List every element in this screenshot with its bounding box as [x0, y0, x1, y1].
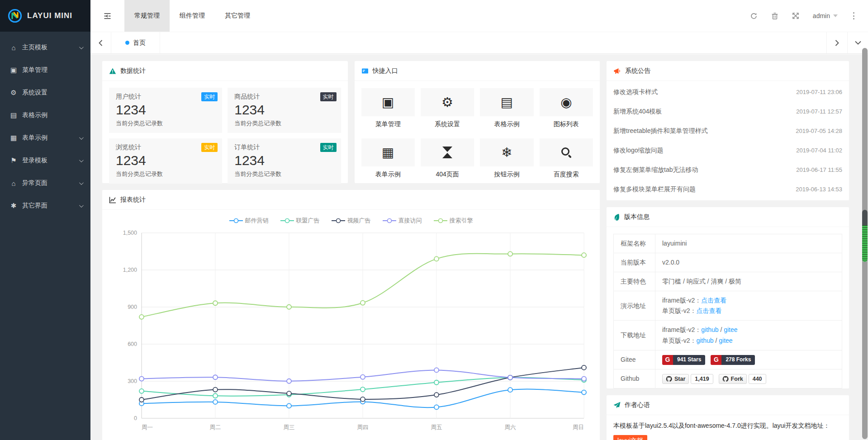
sidebar-item-login-template[interactable]: ⚑登录模板: [0, 149, 90, 172]
stat-box: 订单统计1234当前分类总记录数实时: [228, 138, 341, 184]
window-icon: [361, 67, 369, 75]
collapse-sidebar-button[interactable]: [90, 0, 124, 32]
tab-home[interactable]: 首页: [111, 32, 160, 53]
announcements-title: 系统公告: [625, 67, 650, 75]
chevron-right-icon: [835, 39, 840, 47]
calendar-icon: ▦: [9, 134, 18, 142]
link-github[interactable]: github: [696, 337, 713, 344]
quick-entry-菜单管理[interactable]: ▣菜单管理: [361, 88, 415, 128]
gitee-badge[interactable]: G278 Forks: [711, 355, 755, 365]
sidebar-item-form-demo[interactable]: ▦表单示例: [0, 127, 90, 149]
link-github[interactable]: github: [701, 326, 718, 333]
github-count[interactable]: 440: [749, 374, 766, 384]
quick-entry-表格示例[interactable]: ▤表格示例: [480, 88, 533, 128]
logo[interactable]: LAYUI MINI: [0, 0, 90, 32]
quick-entry-label: 表格示例: [480, 120, 533, 128]
sidebar-item-label: 异常页面: [22, 179, 79, 187]
legend-item-视频广告[interactable]: 视频广告: [332, 217, 371, 225]
announcement-item: 新增系统404模板2019-07-11 12:57: [607, 102, 849, 121]
warning-triangle-icon: [109, 67, 116, 75]
sidebar-item-other-page[interactable]: ✱其它界面: [0, 194, 90, 217]
fullscreen-icon[interactable]: [792, 12, 799, 19]
github-star-button[interactable]: Star: [662, 374, 689, 384]
svg-text:600: 600: [128, 341, 137, 347]
quick-entry-icon-box: ▦: [361, 138, 415, 166]
stat-desc: 当前分类总记录数: [234, 119, 334, 128]
svg-text:周五: 周五: [431, 424, 442, 431]
quick-entry-404页面[interactable]: 404页面: [421, 138, 474, 179]
leaf-icon: [613, 213, 620, 221]
sidebar-item-home-template[interactable]: ⌂主页模板: [0, 36, 90, 59]
more-menu-icon[interactable]: [851, 10, 856, 22]
github-count[interactable]: 1,419: [691, 374, 713, 384]
github-button-label: Fork: [731, 374, 743, 384]
legend-item-邮件营销[interactable]: 邮件营销: [229, 217, 269, 225]
quick-entry-按钮示例[interactable]: ❄按钮示例: [480, 138, 533, 179]
chevron-down-icon: [79, 180, 84, 185]
sidebar-item-menu-manage[interactable]: ▣菜单管理: [0, 59, 90, 81]
version-row: 下载地址iframe版-v2：github / gitee单页版-v2：gith…: [614, 321, 842, 350]
sidebar-item-label: 其它界面: [22, 202, 79, 210]
version-row-value: 零门槛 / 响应式 / 清爽 / 极简: [655, 272, 842, 291]
author-body: 本模板基于layui2.5.4以及font-awesome-4.7.0进行实现。…: [607, 415, 849, 440]
link-点击查看[interactable]: 点击查看: [696, 307, 721, 314]
quick-entry-表单示例[interactable]: ▦表单示例: [361, 138, 415, 179]
announcement-item: 修复左侧菜单缩放tab无法移动2019-06-17 11:55: [607, 160, 849, 180]
legend-item-直接访问[interactable]: 直接访问: [383, 217, 422, 225]
legend-marker-icon: [280, 218, 294, 223]
quick-entry-icon-box: ◉: [540, 88, 593, 116]
version-row: 框架名称layuimini: [614, 234, 842, 253]
sidebar-item-table-demo[interactable]: ▤表格示例: [0, 104, 90, 127]
quick-entry-百度搜索[interactable]: 百度搜索: [540, 138, 593, 179]
version-link-line: iframe版-v2：github / gitee: [662, 325, 835, 335]
layui-doc-badge[interactable]: layui文档: [613, 435, 647, 440]
svg-text:300: 300: [128, 378, 137, 384]
link-gitee[interactable]: gitee: [724, 326, 737, 333]
quick-grid: ▣菜单管理⚙系统设置▤表格示例◉图标列表▦表单示例404页面❄按钮示例百度搜索: [355, 81, 600, 186]
quick-entry-icon-box: ⚙: [421, 88, 474, 116]
user-menu[interactable]: admin: [813, 12, 838, 19]
top-tab-常规管理[interactable]: 常规管理: [124, 0, 170, 32]
bullhorn-icon: [613, 67, 621, 75]
realtime-badge: 实时: [320, 143, 337, 152]
scrollbar-track[interactable]: [862, 48, 868, 439]
trash-icon[interactable]: [771, 12, 778, 20]
quick-entry-icon-box: ▤: [480, 88, 533, 116]
github-cat-icon: [722, 376, 729, 382]
sidebar-item-system-setting[interactable]: ⚙系统设置: [0, 81, 90, 104]
stat-value: 1234: [116, 102, 215, 118]
link-点击查看[interactable]: 点击查看: [701, 297, 726, 304]
version-row-value: iframe版-v2：github / gitee单页版-v2：github /…: [655, 321, 842, 350]
gitee-badge[interactable]: G941 Stars: [662, 355, 705, 365]
link-line-prefix: 单页版-v2：: [662, 307, 696, 314]
legend-item-搜索引擎[interactable]: 搜索引擎: [434, 217, 473, 225]
stat-label: 商品统计: [234, 93, 334, 101]
sidebar-item-error-page[interactable]: ⌂异常页面: [0, 172, 90, 194]
sidebar-item-label: 登录模板: [22, 156, 79, 165]
version-row-label: 演示地址: [614, 291, 655, 321]
stat-desc: 当前分类总记录数: [116, 170, 215, 178]
snowflake-icon: ❄: [501, 146, 512, 159]
stat-label: 用户统计: [116, 93, 215, 101]
tabs-scroll-right-button[interactable]: [826, 32, 847, 53]
quick-entry-图标列表[interactable]: ◉图标列表: [540, 88, 593, 128]
link-line-prefix: iframe版-v2：: [662, 297, 701, 304]
refresh-icon[interactable]: [750, 12, 758, 20]
tabs-scroll-left-button[interactable]: [90, 32, 111, 53]
scrollbar-thumb[interactable]: [862, 210, 868, 262]
version-link-line: 单页版-v2：github / gitee: [662, 336, 835, 346]
quick-entry-系统设置[interactable]: ⚙系统设置: [421, 88, 474, 128]
top-tab-其它管理[interactable]: 其它管理: [215, 0, 260, 32]
chevron-down-icon: [854, 40, 862, 45]
svg-text:周一: 周一: [142, 424, 153, 431]
gitee-logo-icon: G: [662, 355, 673, 365]
stat-value: 1234: [116, 153, 215, 168]
legend-item-联盟广告[interactable]: 联盟广告: [280, 217, 320, 225]
quick-entry-label: 图标列表: [540, 120, 593, 128]
github-fork-button[interactable]: Fork: [719, 374, 747, 384]
layui-logo-icon: [7, 8, 23, 24]
link-gitee[interactable]: gitee: [719, 337, 732, 344]
stat-desc: 当前分类总记录数: [234, 170, 334, 178]
announcement-date: 2019-06-17 11:55: [796, 166, 842, 173]
top-tab-组件管理[interactable]: 组件管理: [170, 0, 215, 32]
